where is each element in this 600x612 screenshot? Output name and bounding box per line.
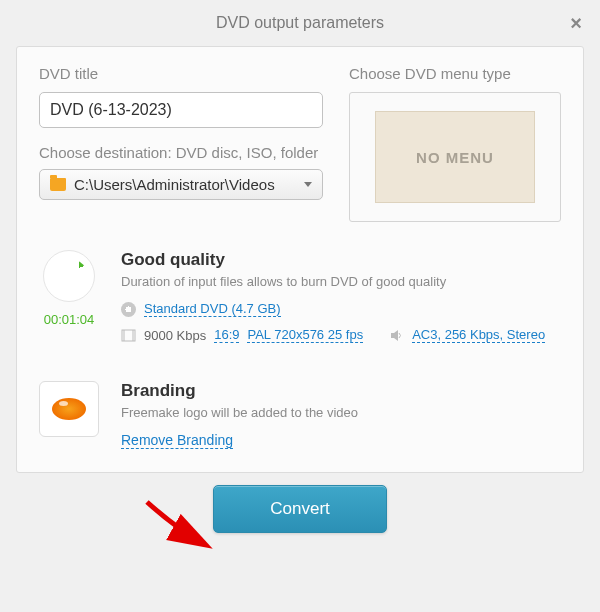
remove-branding-link[interactable]: Remove Branding: [121, 432, 233, 449]
duration-text: 00:01:04: [39, 312, 99, 327]
disc-type-link[interactable]: Standard DVD (4.7 GB): [144, 301, 281, 317]
audio-link[interactable]: AC3, 256 Kbps, Stereo: [412, 327, 545, 343]
title-label: DVD title: [39, 65, 323, 82]
folder-icon: [50, 178, 66, 191]
duration-clock-icon: [43, 250, 95, 302]
quality-desc: Duration of input files allows to burn D…: [121, 274, 561, 289]
chevron-down-icon: [304, 182, 312, 187]
close-button[interactable]: ×: [570, 12, 582, 35]
convert-button[interactable]: Convert: [213, 485, 387, 533]
menu-preview-text: NO MENU: [375, 111, 535, 203]
svg-marker-3: [391, 330, 398, 341]
quality-title: Good quality: [121, 250, 561, 270]
film-icon: [121, 328, 136, 343]
menu-type-label: Choose DVD menu type: [349, 65, 561, 82]
branding-logo-icon: [39, 381, 99, 437]
destination-dropdown[interactable]: C:\Users\Administrator\Videos: [39, 169, 323, 200]
destination-label: Choose destination: DVD disc, ISO, folde…: [39, 144, 323, 161]
speaker-icon: [389, 328, 404, 343]
branding-title: Branding: [121, 381, 561, 401]
resolution-link[interactable]: PAL 720x576 25 fps: [247, 327, 363, 343]
menu-type-selector[interactable]: NO MENU: [349, 92, 561, 222]
bitrate-text: 9000 Kbps: [144, 328, 206, 343]
dvd-title-input[interactable]: [39, 92, 323, 128]
branding-desc: Freemake logo will be added to the video: [121, 405, 561, 420]
main-panel: DVD title Choose destination: DVD disc, …: [16, 46, 584, 473]
destination-path: C:\Users\Administrator\Videos: [74, 176, 296, 193]
disc-icon: [121, 302, 136, 317]
window-title: DVD output parameters: [216, 14, 384, 32]
aspect-link[interactable]: 16:9: [214, 327, 239, 343]
